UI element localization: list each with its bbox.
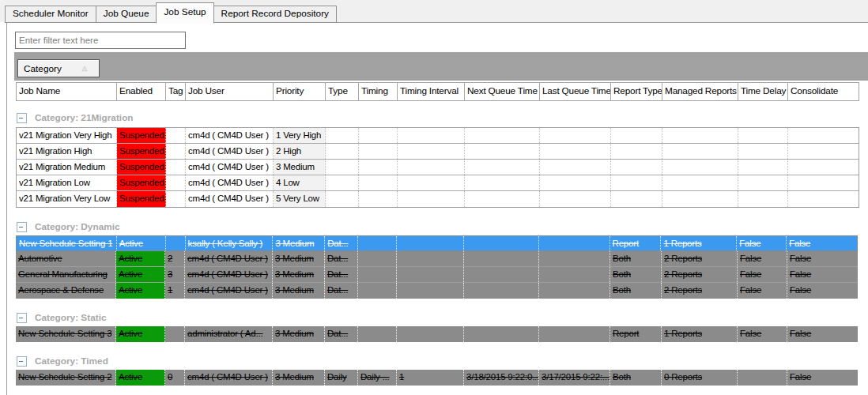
column-header-type[interactable]: Type bbox=[326, 83, 359, 100]
filter-input[interactable] bbox=[15, 32, 186, 49]
cell-tag[interactable] bbox=[166, 144, 186, 159]
cell-priority[interactable]: 4 Low bbox=[274, 175, 326, 190]
column-header-consolidate[interactable]: Consolidate bbox=[788, 83, 859, 100]
cell-priority[interactable]: 3 Medium bbox=[273, 267, 325, 282]
cell-time-delay[interactable]: False bbox=[738, 267, 787, 282]
job-row-automotive[interactable]: AutomotiveActive2cm4d ( CM4D User )3 Med… bbox=[16, 251, 858, 267]
cell-type[interactable]: Daily bbox=[325, 370, 358, 386]
cell-type[interactable]: Dat... bbox=[325, 251, 358, 266]
column-header-job-name[interactable]: Job Name bbox=[17, 83, 117, 100]
cell-next-queue-time[interactable] bbox=[464, 236, 539, 250]
job-row-v21-migration-very-low[interactable]: v21 Migration Very LowSuspendedcm4d ( CM… bbox=[17, 191, 859, 207]
cell-timing[interactable] bbox=[358, 283, 397, 299]
job-row-general-manufacturing[interactable]: General ManufacturingActive3cm4d ( CM4D … bbox=[16, 267, 858, 283]
group-header-category-dynamic[interactable]: Category: Dynamic bbox=[17, 220, 120, 234]
cell-last-queue-time[interactable] bbox=[540, 191, 611, 207]
cell-job-name[interactable]: General Manufacturing bbox=[16, 267, 116, 282]
cell-tag[interactable] bbox=[166, 175, 186, 190]
cell-time-delay[interactable]: False bbox=[738, 283, 787, 299]
cell-tag[interactable] bbox=[166, 160, 186, 175]
cell-type[interactable]: Dat... bbox=[325, 267, 358, 282]
cell-managed-reports[interactable]: 0 Reports bbox=[662, 370, 738, 386]
column-header-enabled[interactable]: Enabled bbox=[117, 83, 166, 100]
cell-priority[interactable]: 2 High bbox=[274, 144, 326, 159]
cell-enabled[interactable]: Active bbox=[116, 251, 165, 266]
cell-timing[interactable] bbox=[359, 144, 398, 159]
cell-consolidate[interactable]: False bbox=[787, 283, 858, 299]
cell-enabled[interactable]: Active bbox=[116, 370, 165, 386]
cell-next-queue-time[interactable] bbox=[465, 160, 540, 175]
cell-managed-reports[interactable] bbox=[662, 128, 738, 143]
cell-managed-reports[interactable] bbox=[662, 160, 738, 175]
cell-timing-interval[interactable] bbox=[398, 128, 465, 143]
column-header-timing-interval[interactable]: Timing Interval bbox=[398, 83, 465, 100]
cell-timing-interval[interactable]: 1 bbox=[397, 370, 464, 386]
job-row-new-schedule-setting-1[interactable]: New Schedule Setting 1Activeksally ( Kel… bbox=[16, 235, 858, 251]
cell-last-queue-time[interactable] bbox=[539, 267, 610, 282]
tab-report-record-depository[interactable]: Report Record Depository bbox=[213, 6, 337, 23]
cell-timing-interval[interactable] bbox=[398, 144, 465, 159]
cell-job-user[interactable]: ksally ( Kelly Sally ) bbox=[186, 236, 274, 250]
cell-report-type[interactable] bbox=[611, 144, 662, 159]
cell-report-type[interactable] bbox=[611, 175, 662, 190]
cell-type[interactable] bbox=[326, 175, 359, 190]
cell-report-type[interactable]: Report bbox=[610, 326, 662, 342]
cell-type[interactable]: Dat... bbox=[325, 236, 358, 250]
cell-last-queue-time[interactable] bbox=[539, 326, 610, 342]
group-header-category-static[interactable]: Category: Static bbox=[17, 310, 106, 325]
cell-priority[interactable]: 3 Medium bbox=[273, 370, 325, 386]
cell-time-delay[interactable]: False bbox=[737, 236, 787, 250]
cell-job-user[interactable]: cm4d ( CM4D User ) bbox=[185, 370, 273, 386]
cell-managed-reports[interactable]: 1 Reports bbox=[661, 236, 737, 250]
cell-consolidate[interactable] bbox=[788, 144, 859, 159]
column-header-timing[interactable]: Timing bbox=[359, 83, 398, 100]
collapse-minus-icon[interactable] bbox=[17, 113, 27, 123]
cell-timing-interval[interactable] bbox=[397, 283, 464, 299]
cell-job-name[interactable]: v21 Migration Medium bbox=[17, 160, 117, 175]
cell-report-type[interactable] bbox=[611, 160, 662, 175]
cell-last-queue-time[interactable] bbox=[540, 144, 611, 159]
cell-enabled[interactable]: Suspended bbox=[117, 144, 166, 159]
column-header-managed-reports[interactable]: Managed Reports bbox=[662, 83, 738, 100]
cell-report-type[interactable]: Both bbox=[610, 267, 662, 282]
cell-last-queue-time[interactable] bbox=[540, 175, 611, 190]
cell-consolidate[interactable] bbox=[788, 175, 859, 190]
cell-priority[interactable]: 3 Medium bbox=[273, 251, 325, 266]
cell-job-name[interactable]: New Schedule Setting 1 bbox=[17, 236, 117, 250]
cell-consolidate[interactable] bbox=[788, 160, 859, 175]
cell-job-user[interactable]: cm4d ( CM4D User ) bbox=[186, 144, 274, 159]
cell-job-user[interactable]: cm4d ( CM4D User ) bbox=[186, 175, 274, 190]
cell-enabled[interactable]: Active bbox=[116, 326, 165, 342]
job-row-aerospace-defense[interactable]: Aerospace & DefenseActive1cm4d ( CM4D Us… bbox=[16, 283, 858, 299]
cell-priority[interactable]: 3 Medium bbox=[273, 236, 325, 250]
cell-consolidate[interactable] bbox=[788, 191, 859, 207]
cell-priority[interactable]: 3 Medium bbox=[273, 326, 325, 342]
cell-type[interactable]: Dat... bbox=[325, 283, 358, 299]
cell-managed-reports[interactable]: 2 Reports bbox=[662, 283, 738, 299]
column-header-job-user[interactable]: Job User bbox=[186, 83, 274, 100]
cell-job-user[interactable]: cm4d ( CM4D User ) bbox=[185, 251, 273, 266]
tab-job-setup[interactable]: Job Setup bbox=[156, 2, 213, 24]
cell-enabled[interactable]: Active bbox=[117, 236, 166, 250]
column-header-tag[interactable]: Tag bbox=[166, 83, 186, 100]
tab-job-queue[interactable]: Job Queue bbox=[96, 6, 157, 23]
cell-consolidate[interactable]: False bbox=[787, 267, 858, 282]
cell-timing[interactable] bbox=[359, 160, 398, 175]
cell-report-type[interactable] bbox=[611, 191, 662, 207]
cell-tag[interactable] bbox=[166, 128, 186, 143]
cell-timing-interval[interactable] bbox=[397, 267, 464, 282]
cell-last-queue-time[interactable] bbox=[539, 251, 610, 266]
cell-managed-reports[interactable] bbox=[662, 144, 738, 159]
cell-job-user[interactable]: cm4d ( CM4D User ) bbox=[186, 128, 274, 143]
collapse-minus-icon[interactable] bbox=[17, 356, 27, 367]
cell-timing[interactable] bbox=[359, 175, 398, 190]
cell-job-user[interactable]: cm4d ( CM4D User ) bbox=[185, 267, 273, 282]
column-header-priority[interactable]: Priority bbox=[274, 83, 326, 100]
cell-enabled[interactable]: Active bbox=[116, 283, 165, 299]
cell-job-name[interactable]: v21 Migration Low bbox=[17, 175, 117, 190]
cell-last-queue-time[interactable] bbox=[539, 236, 610, 250]
cell-timing[interactable] bbox=[359, 191, 398, 207]
cell-job-name[interactable]: v21 Migration Very High bbox=[17, 128, 117, 143]
tab-scheduler-monitor[interactable]: Scheduler Monitor bbox=[5, 6, 96, 23]
cell-consolidate[interactable]: False bbox=[787, 236, 857, 250]
